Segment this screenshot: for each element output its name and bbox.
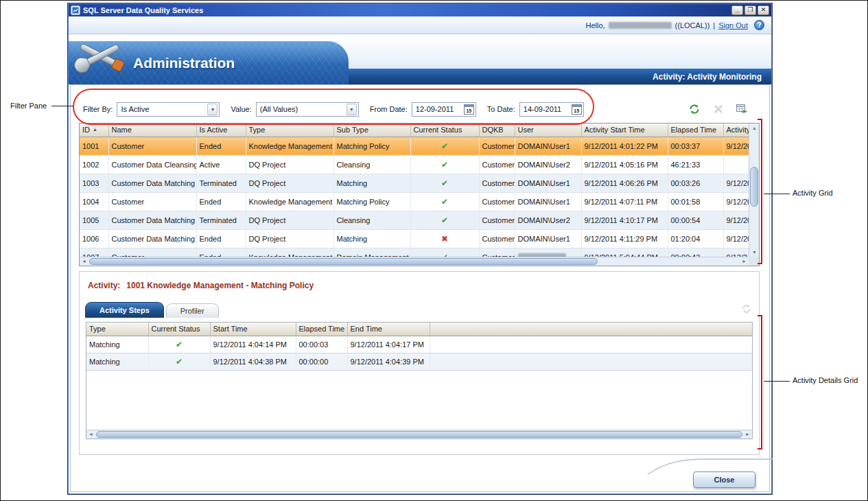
activity-grid-row[interactable]: 1006Customer Data MatchingEndedDQ Projec… [80,229,749,248]
column-header-sub-type[interactable]: Sub Type [333,124,410,137]
activity-grid-row[interactable]: 1005Customer Data MatchingTerminatedDQ P… [80,211,749,229]
from-date-input[interactable]: 12-09-2011 15 [412,102,476,117]
tab-profiler[interactable]: Profiler [166,303,219,318]
help-icon[interactable]: ? [754,20,764,30]
cell-type: Matching [86,336,148,353]
status-success-icon: ✔ [441,160,448,170]
column-header-activity[interactable]: Activity [723,124,749,137]
details-grid-row[interactable]: Matching✔9/12/2011 4:04:38 PM00:00:009/1… [86,353,752,370]
status-success-icon: ✔ [441,197,448,207]
column-header-filler [430,323,752,336]
cell-name: Customer [108,248,196,257]
column-header-user[interactable]: User [515,124,581,137]
filter-pane: Filter By: Is Active ▾ Value: (All Value… [83,97,762,121]
cell-id: 1003 [80,174,108,192]
app-icon [71,5,80,15]
column-header-activity-start-time[interactable]: Activity Start Time [581,124,668,137]
cell-sub_type: Matching [333,229,410,248]
scroll-right-icon[interactable]: ► [743,430,752,439]
cell-type: DQ Project [246,211,333,229]
column-header-current-status[interactable]: Current Status [148,323,210,336]
calendar-icon[interactable]: 15 [464,104,474,115]
restore-button[interactable]: ❐ [744,5,756,15]
banner: Activity: Activity Monitoring [69,34,771,84]
activity-details-grid: TypeCurrent StatusStart TimeElapsed Time… [86,322,753,439]
close-button[interactable]: Close [693,471,755,488]
cell-sub_type: Matching Policy [333,192,410,211]
refresh-icon[interactable] [687,102,702,116]
column-header-current-status[interactable]: Current Status [410,124,479,137]
column-header-start-time[interactable]: Start Time [210,323,296,336]
cell-dqkb: Customer [479,211,515,229]
activity-details-panel: Activity:1001 Knowledge Management - Mat… [79,271,760,455]
details-grid-row[interactable]: Matching✔9/12/2011 4:04:14 PM00:00:039/1… [86,336,752,353]
activity-grid-row[interactable]: 1003Customer Data MatchingTerminatedDQ P… [80,174,749,192]
cell-id: 1001 [80,137,108,155]
export-icon[interactable] [735,102,750,116]
scrollbar-thumb[interactable] [89,258,598,265]
cell-name: Customer Data Matching [108,211,196,229]
page-title: Administration [133,55,235,71]
activity-grid-row[interactable]: 1004CustomerEndedKnowledge ManagementMat… [80,192,749,211]
horizontal-scrollbar[interactable]: ◄ ► [80,257,749,266]
cell-name: Customer Data Matching [108,174,196,192]
scroll-right-icon[interactable]: ► [740,257,749,266]
cell-start_time: 9/12/2011 5:04:44 PM [581,248,668,257]
cell-dqkb: Customer [479,248,515,257]
title-bar[interactable]: SQL Server Data Quality Services _ ❐ ✕ [69,4,771,16]
cell-elapsed_time: 00:01:58 [668,192,723,211]
annotation-filter-pane: Filter Pane [10,102,47,110]
calendar-icon[interactable]: 15 [572,104,582,115]
cell-name: Customer Data Cleansing [108,155,196,174]
column-header-type[interactable]: Type [86,323,148,336]
sign-out-link[interactable]: Sign Out [718,21,748,30]
details-title-value: 1001 Knowledge Management - Matching Pol… [126,281,314,290]
horizontal-scrollbar[interactable]: ◄ ► [86,430,752,439]
column-header-is-active[interactable]: Is Active [196,124,246,137]
details-grid-table: TypeCurrent StatusStart TimeElapsed Time… [86,323,752,371]
cell-elapsed_time: 00:00:00 [296,353,347,370]
cell-start_time: 9/12/2011 4:06:26 PM [581,174,668,192]
cell-start_time: 9/12/2011 4:04:38 PM [210,353,296,370]
cell-end_time: 9/12/2011 4:04:39 PM [347,353,430,370]
column-header-type[interactable]: Type [246,124,333,137]
activity-grid-table: ID▲NameIs ActiveTypeSub TypeCurrent Stat… [80,124,749,257]
minimize-button[interactable]: _ [731,5,743,15]
details-grid-head-row: TypeCurrent StatusStart TimeElapsed Time… [86,323,752,336]
activity-grid-viewport: ID▲NameIs ActiveTypeSub TypeCurrent Stat… [80,124,749,257]
annotation-connector-line [764,381,790,382]
cell-filler [430,336,752,353]
value-select[interactable]: (All Values) ▾ [256,102,359,117]
scroll-left-icon[interactable]: ◄ [80,257,89,266]
scroll-left-icon[interactable]: ◄ [86,430,95,439]
cell-type: DQ Project [246,174,333,192]
column-header-id[interactable]: ID▲ [80,124,108,137]
annotation-activity-details-grid: Activity Details Grid [793,376,858,384]
cell-id: 1002 [80,155,108,174]
cell-elapsed_time: 00:03:26 [668,174,723,192]
cell-is_active: Ended [196,192,246,211]
activity-grid-row[interactable]: 1002Customer Data CleansingActiveDQ Proj… [80,155,749,174]
column-header-dqkb[interactable]: DQKB [479,124,515,137]
column-header-name[interactable]: Name [108,124,196,137]
column-header-elapsed-time[interactable]: Elapsed Time [668,124,723,137]
status-success-icon: ✔ [176,357,183,366]
activity-grid-head-row: ID▲NameIs ActiveTypeSub TypeCurrent Stat… [80,124,749,137]
activity-grid-row[interactable]: 1001CustomerEndedKnowledge ManagementMat… [80,137,749,155]
cell-user: DOMAIN\User1 [515,137,581,155]
tab-activity-steps[interactable]: Activity Steps [85,302,164,318]
activity-grid-row[interactable]: 1007CustomerEndedKnowledge ManagementDom… [80,248,749,257]
cell-id: 1005 [80,211,108,229]
to-date-label: To Date: [487,105,515,113]
cell-type: Matching [86,353,148,370]
scrollbar-thumb[interactable] [96,431,742,438]
to-date-input[interactable]: 14-09-2011 15 [519,102,584,117]
status-success-icon: ✔ [441,178,448,188]
column-header-elapsed-time[interactable]: Elapsed Time [296,323,347,336]
window-controls: _ ❐ ✕ [730,5,769,15]
close-window-button[interactable]: ✕ [758,5,769,15]
column-header-end-time[interactable]: End Time [347,323,430,336]
filter-by-select[interactable]: Is Active ▾ [117,102,220,117]
details-grid-viewport: TypeCurrent StatusStart TimeElapsed Time… [86,323,752,430]
status-success-icon: ✔ [176,340,183,349]
